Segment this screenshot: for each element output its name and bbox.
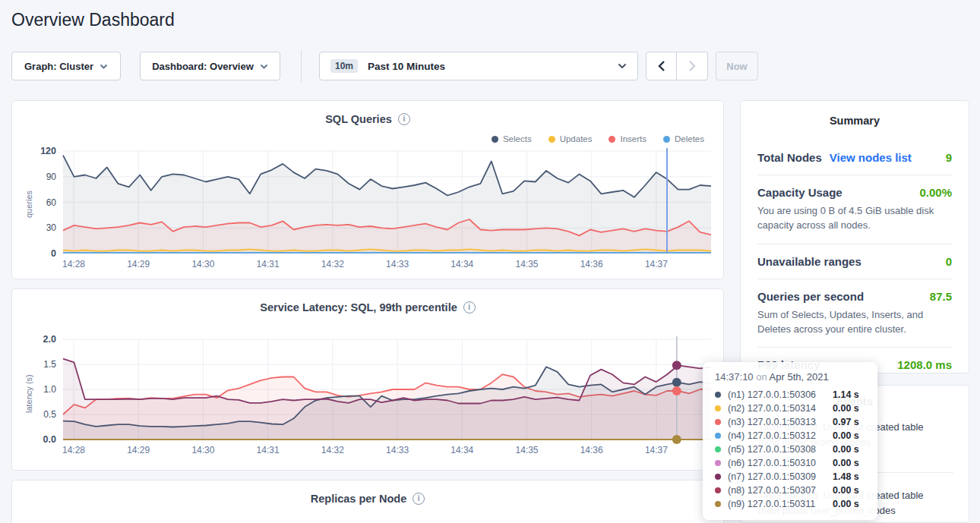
previous-time-button[interactable] bbox=[646, 52, 677, 80]
x-tick-label: 14:34 bbox=[450, 259, 473, 269]
node-latency-value: 1.14 s bbox=[833, 389, 859, 400]
summary-row-qps: Queries per second 87.5 Sum of Selects, … bbox=[757, 282, 952, 345]
x-tick-label: 14:37 bbox=[645, 445, 668, 455]
info-icon[interactable]: i bbox=[398, 113, 410, 125]
divider bbox=[757, 244, 952, 244]
capacity-usage-desc: You are using 0 B of 4.5 GiB usable disk… bbox=[757, 204, 952, 233]
tooltip-row: (n5) 127.0.0.1:503080.00 s bbox=[715, 443, 867, 456]
sql-y-axis-title: queries bbox=[24, 191, 33, 218]
tooltip-row: (n2) 127.0.0.1:503140.00 s bbox=[715, 402, 867, 415]
legend-item-deletes[interactable]: Deletes bbox=[663, 134, 704, 143]
y-tick-label: 90 bbox=[46, 172, 57, 182]
legend-label: Deletes bbox=[675, 134, 704, 143]
node-dot-icon bbox=[715, 392, 721, 398]
y-tick-label: 2.0 bbox=[43, 335, 56, 345]
node-latency-value: 0.97 s bbox=[833, 417, 859, 427]
chevron-down-icon bbox=[260, 64, 268, 69]
node-dot-icon bbox=[715, 433, 721, 439]
now-button[interactable]: Now bbox=[716, 52, 758, 80]
tooltip-timestamp: 14:37:10 on Apr 5th, 2021 bbox=[715, 371, 867, 383]
legend-dot-icon bbox=[548, 136, 555, 143]
latency-chart-title: Service Latency: SQL, 99th percentile bbox=[260, 301, 457, 313]
tooltip-row: (n1) 127.0.0.1:503061.14 s bbox=[715, 388, 867, 402]
x-tick-label: 14:29 bbox=[127, 259, 150, 269]
x-tick-label: 14:37 bbox=[645, 259, 668, 269]
time-range-dropdown[interactable]: 10m Past 10 Minutes bbox=[319, 52, 638, 80]
hover-point-dot bbox=[672, 435, 681, 444]
replicas-chart-title: Replicas per Node bbox=[311, 493, 407, 505]
total-nodes-label: Total Nodes bbox=[757, 151, 822, 164]
dashboard-dropdown[interactable]: Dashboard: Overview bbox=[140, 52, 280, 80]
x-tick-label: 14:32 bbox=[321, 445, 344, 455]
node-address: (n3) 127.0.0.1:50313 bbox=[728, 417, 833, 427]
unavailable-ranges-value: 0 bbox=[946, 255, 952, 268]
tooltip-row: (n9) 127.0.0.1:503110.00 s bbox=[715, 497, 867, 511]
node-address: (n4) 127.0.0.1:50312 bbox=[728, 430, 833, 441]
x-tick-label: 14:31 bbox=[257, 259, 280, 269]
node-latency-value: 0.00 s bbox=[833, 430, 859, 441]
node-address: (n5) 127.0.0.1:50308 bbox=[728, 444, 833, 455]
summary-panel: Summary Total Nodes View nodes list 9 Ca… bbox=[740, 100, 969, 373]
latency-y-axis-title: latency (s) bbox=[24, 374, 33, 413]
summary-title: Summary bbox=[757, 115, 952, 127]
sql-queries-chart-card: SQL Queries i SelectsUpdatesInsertsDelet… bbox=[11, 100, 724, 279]
node-dot-icon bbox=[715, 487, 721, 493]
node-dot-icon bbox=[715, 460, 721, 466]
view-nodes-list-link[interactable]: View nodes list bbox=[830, 151, 912, 164]
legend-item-updates[interactable]: Updates bbox=[548, 134, 593, 143]
node-latency-value: 0.00 s bbox=[833, 458, 859, 468]
summary-row-unavailable-ranges: Unavailable ranges 0 bbox=[757, 247, 952, 276]
node-address: (n8) 127.0.0.1:50307 bbox=[728, 485, 833, 496]
node-address: (n9) 127.0.0.1:50311 bbox=[728, 499, 833, 509]
qps-label: Queries per second bbox=[757, 290, 864, 303]
next-time-button[interactable] bbox=[677, 52, 708, 80]
x-tick-label: 14:28 bbox=[62, 259, 85, 269]
tooltip-row: (n6) 127.0.0.1:503100.00 s bbox=[715, 456, 867, 470]
x-tick-label: 14:28 bbox=[62, 445, 85, 455]
sql-queries-chart[interactable]: 030609012014:2814:2914:3014:3114:3214:33… bbox=[12, 145, 725, 280]
x-tick-label: 14:31 bbox=[257, 445, 280, 455]
capacity-usage-label: Capacity Usage bbox=[757, 186, 842, 199]
tooltip-row: (n4) 127.0.0.1:503120.00 s bbox=[715, 429, 867, 443]
legend-item-inserts[interactable]: Inserts bbox=[609, 134, 646, 143]
node-latency-value: 0.00 s bbox=[833, 485, 859, 496]
legend-dot-icon bbox=[663, 136, 670, 143]
sql-queries-legend: SelectsUpdatesInsertsDeletes bbox=[492, 134, 704, 143]
chevron-left-icon bbox=[658, 60, 665, 72]
node-dot-icon bbox=[715, 501, 721, 507]
hover-point-dot bbox=[672, 378, 681, 387]
graph-dropdown[interactable]: Graph: Cluster bbox=[11, 52, 121, 80]
legend-dot-icon bbox=[609, 136, 615, 143]
tooltip-row: (n8) 127.0.0.1:503070.00 s bbox=[715, 484, 867, 497]
node-latency-value: 0.00 s bbox=[833, 444, 859, 455]
x-tick-label: 14:30 bbox=[191, 445, 214, 455]
replicas-chart-card: Replicas per Node i bbox=[11, 480, 724, 523]
node-address: (n1) 127.0.0.1:50306 bbox=[728, 389, 833, 400]
x-tick-label: 14:32 bbox=[321, 259, 344, 269]
divider bbox=[757, 279, 952, 279]
x-tick-label: 14:35 bbox=[515, 259, 538, 269]
hover-point-dot bbox=[672, 361, 681, 370]
capacity-usage-value: 0.00% bbox=[919, 186, 952, 199]
y-tick-label: 120 bbox=[40, 146, 56, 156]
tooltip-time: 14:37:10 bbox=[715, 371, 754, 383]
y-tick-label: 30 bbox=[46, 222, 57, 233]
x-tick-label: 14:33 bbox=[386, 445, 409, 455]
y-tick-label: 0.5 bbox=[43, 409, 56, 420]
legend-label: Updates bbox=[560, 134, 593, 143]
time-step-buttons bbox=[646, 52, 708, 80]
node-address: (n6) 127.0.0.1:50310 bbox=[728, 458, 833, 468]
x-tick-label: 14:36 bbox=[580, 259, 603, 269]
legend-item-selects[interactable]: Selects bbox=[492, 134, 532, 143]
latency-chart[interactable]: 0.00.51.01.52.014:2814:2914:3014:3114:32… bbox=[12, 335, 725, 464]
info-icon[interactable]: i bbox=[413, 493, 425, 505]
y-tick-label: 0 bbox=[51, 248, 56, 259]
chevron-right-icon bbox=[688, 60, 696, 72]
divider bbox=[757, 347, 952, 348]
toolbar-divider bbox=[301, 50, 302, 82]
y-tick-label: 60 bbox=[46, 197, 57, 208]
info-icon[interactable]: i bbox=[463, 301, 476, 313]
latency-chart-card: Service Latency: SQL, 99th percentile i … bbox=[11, 288, 724, 471]
chevron-down-icon bbox=[618, 63, 627, 69]
chart-hover-tooltip: 14:37:10 on Apr 5th, 2021 (n1) 127.0.0.1… bbox=[703, 362, 877, 520]
